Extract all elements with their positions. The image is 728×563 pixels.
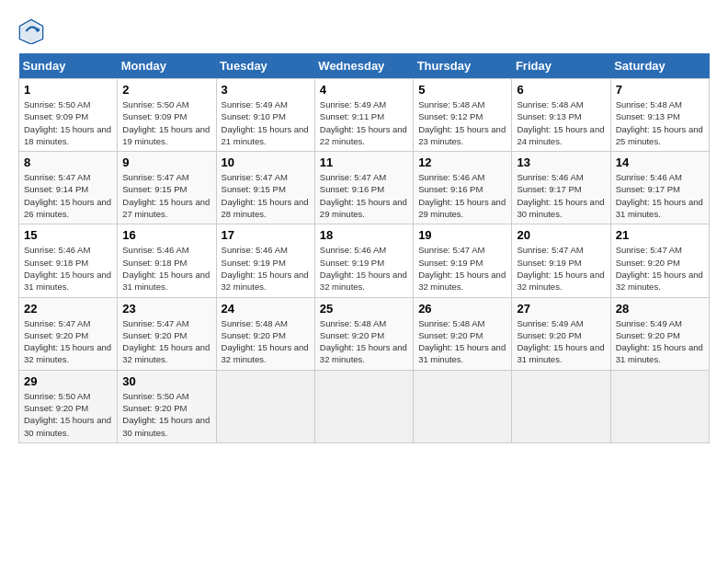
- svg-point-2: [36, 29, 40, 32]
- day-info: Sunrise: 5:47 AM Sunset: 9:16 PM Dayligh…: [320, 171, 408, 220]
- calendar-day-cell: [216, 370, 314, 442]
- weekday-header-row: SundayMondayTuesdayWednesdayThursdayFrid…: [19, 53, 710, 79]
- calendar-day-cell: 3 Sunrise: 5:49 AM Sunset: 9:10 PM Dayli…: [216, 79, 314, 152]
- day-number: 4: [320, 83, 408, 97]
- day-number: 28: [616, 302, 704, 316]
- calendar-week-row: 29 Sunrise: 5:50 AM Sunset: 9:20 PM Dayl…: [19, 370, 710, 442]
- weekday-header-tuesday: Tuesday: [216, 53, 314, 79]
- day-number: 23: [122, 302, 210, 316]
- page-header: [18, 18, 710, 44]
- weekday-header-sunday: Sunday: [19, 53, 118, 79]
- day-info: Sunrise: 5:49 AM Sunset: 9:20 PM Dayligh…: [517, 317, 605, 366]
- calendar-day-cell: [314, 370, 413, 442]
- day-info: Sunrise: 5:47 AM Sunset: 9:20 PM Dayligh…: [24, 317, 112, 366]
- day-info: Sunrise: 5:46 AM Sunset: 9:17 PM Dayligh…: [616, 171, 704, 220]
- weekday-header-friday: Friday: [512, 53, 610, 79]
- day-info: Sunrise: 5:50 AM Sunset: 9:09 PM Dayligh…: [24, 98, 112, 147]
- day-number: 1: [24, 83, 112, 97]
- calendar-day-cell: 2 Sunrise: 5:50 AM Sunset: 9:09 PM Dayli…: [118, 79, 216, 152]
- calendar-day-cell: 22 Sunrise: 5:47 AM Sunset: 9:20 PM Dayl…: [19, 297, 118, 370]
- day-number: 5: [418, 83, 506, 97]
- day-info: Sunrise: 5:46 AM Sunset: 9:18 PM Dayligh…: [122, 244, 210, 293]
- day-number: 27: [517, 302, 605, 316]
- day-info: Sunrise: 5:46 AM Sunset: 9:19 PM Dayligh…: [320, 244, 408, 293]
- calendar-day-cell: 15 Sunrise: 5:46 AM Sunset: 9:18 PM Dayl…: [19, 224, 118, 297]
- calendar-week-row: 22 Sunrise: 5:47 AM Sunset: 9:20 PM Dayl…: [19, 297, 710, 370]
- day-number: 21: [616, 228, 704, 242]
- calendar-day-cell: 14 Sunrise: 5:46 AM Sunset: 9:17 PM Dayl…: [610, 152, 709, 224]
- day-info: Sunrise: 5:50 AM Sunset: 9:20 PM Dayligh…: [24, 390, 112, 439]
- calendar-day-cell: 13 Sunrise: 5:46 AM Sunset: 9:17 PM Dayl…: [512, 152, 610, 224]
- day-number: 24: [222, 302, 310, 316]
- calendar-day-cell: 24 Sunrise: 5:48 AM Sunset: 9:20 PM Dayl…: [216, 297, 314, 370]
- calendar-day-cell: 1 Sunrise: 5:50 AM Sunset: 9:09 PM Dayli…: [19, 79, 118, 152]
- calendar-day-cell: 12 Sunrise: 5:46 AM Sunset: 9:16 PM Dayl…: [414, 152, 512, 224]
- day-number: 6: [517, 83, 605, 97]
- day-number: 7: [616, 83, 704, 97]
- day-number: 22: [24, 302, 112, 316]
- day-number: 26: [418, 302, 506, 316]
- weekday-header-thursday: Thursday: [414, 53, 512, 79]
- day-info: Sunrise: 5:50 AM Sunset: 9:20 PM Dayligh…: [122, 390, 210, 439]
- calendar-week-row: 1 Sunrise: 5:50 AM Sunset: 9:09 PM Dayli…: [19, 79, 710, 152]
- calendar-day-cell: 11 Sunrise: 5:47 AM Sunset: 9:16 PM Dayl…: [314, 152, 413, 224]
- calendar-table: SundayMondayTuesdayWednesdayThursdayFrid…: [18, 53, 710, 443]
- day-number: 10: [222, 155, 310, 169]
- calendar-day-cell: 7 Sunrise: 5:48 AM Sunset: 9:13 PM Dayli…: [610, 79, 709, 152]
- day-info: Sunrise: 5:50 AM Sunset: 9:09 PM Dayligh…: [122, 98, 210, 147]
- calendar-day-cell: 19 Sunrise: 5:47 AM Sunset: 9:19 PM Dayl…: [414, 224, 512, 297]
- weekday-header-wednesday: Wednesday: [314, 53, 413, 79]
- day-info: Sunrise: 5:48 AM Sunset: 9:20 PM Dayligh…: [222, 317, 310, 366]
- day-info: Sunrise: 5:48 AM Sunset: 9:13 PM Dayligh…: [517, 98, 605, 147]
- day-info: Sunrise: 5:48 AM Sunset: 9:20 PM Dayligh…: [418, 317, 506, 366]
- calendar-day-cell: 28 Sunrise: 5:49 AM Sunset: 9:20 PM Dayl…: [610, 297, 709, 370]
- calendar-day-cell: 9 Sunrise: 5:47 AM Sunset: 9:15 PM Dayli…: [118, 152, 216, 224]
- calendar-week-row: 8 Sunrise: 5:47 AM Sunset: 9:14 PM Dayli…: [19, 152, 710, 224]
- calendar-day-cell: 17 Sunrise: 5:46 AM Sunset: 9:19 PM Dayl…: [216, 224, 314, 297]
- calendar-day-cell: [610, 370, 709, 442]
- day-info: Sunrise: 5:47 AM Sunset: 9:14 PM Dayligh…: [24, 171, 112, 220]
- day-number: 14: [616, 155, 704, 169]
- calendar-day-cell: [414, 370, 512, 442]
- day-info: Sunrise: 5:48 AM Sunset: 9:13 PM Dayligh…: [616, 98, 704, 147]
- day-info: Sunrise: 5:47 AM Sunset: 9:15 PM Dayligh…: [222, 171, 310, 220]
- calendar-day-cell: 20 Sunrise: 5:47 AM Sunset: 9:19 PM Dayl…: [512, 224, 610, 297]
- day-info: Sunrise: 5:47 AM Sunset: 9:19 PM Dayligh…: [517, 244, 605, 293]
- calendar-day-cell: 16 Sunrise: 5:46 AM Sunset: 9:18 PM Dayl…: [118, 224, 216, 297]
- day-number: 11: [320, 155, 408, 169]
- day-info: Sunrise: 5:48 AM Sunset: 9:20 PM Dayligh…: [320, 317, 408, 366]
- day-info: Sunrise: 5:46 AM Sunset: 9:17 PM Dayligh…: [517, 171, 605, 220]
- calendar-day-cell: 29 Sunrise: 5:50 AM Sunset: 9:20 PM Dayl…: [19, 370, 118, 442]
- day-number: 30: [122, 374, 210, 388]
- calendar-week-row: 15 Sunrise: 5:46 AM Sunset: 9:18 PM Dayl…: [19, 224, 710, 297]
- calendar-day-cell: 27 Sunrise: 5:49 AM Sunset: 9:20 PM Dayl…: [512, 297, 610, 370]
- day-number: 3: [222, 83, 310, 97]
- day-info: Sunrise: 5:48 AM Sunset: 9:12 PM Dayligh…: [418, 98, 506, 147]
- day-info: Sunrise: 5:47 AM Sunset: 9:15 PM Dayligh…: [122, 171, 210, 220]
- weekday-header-monday: Monday: [118, 53, 216, 79]
- logo-icon: [18, 18, 44, 44]
- day-number: 8: [24, 155, 112, 169]
- day-number: 13: [517, 155, 605, 169]
- day-number: 15: [24, 228, 112, 242]
- calendar-day-cell: 25 Sunrise: 5:48 AM Sunset: 9:20 PM Dayl…: [314, 297, 413, 370]
- day-number: 19: [418, 228, 506, 242]
- calendar-day-cell: 18 Sunrise: 5:46 AM Sunset: 9:19 PM Dayl…: [314, 224, 413, 297]
- day-number: 25: [320, 302, 408, 316]
- day-number: 16: [122, 228, 210, 242]
- day-info: Sunrise: 5:46 AM Sunset: 9:19 PM Dayligh…: [222, 244, 310, 293]
- day-number: 2: [122, 83, 210, 97]
- day-number: 17: [222, 228, 310, 242]
- calendar-day-cell: 23 Sunrise: 5:47 AM Sunset: 9:20 PM Dayl…: [118, 297, 216, 370]
- day-info: Sunrise: 5:47 AM Sunset: 9:20 PM Dayligh…: [616, 244, 704, 293]
- day-info: Sunrise: 5:47 AM Sunset: 9:20 PM Dayligh…: [122, 317, 210, 366]
- day-number: 20: [517, 228, 605, 242]
- logo: [18, 18, 48, 44]
- day-info: Sunrise: 5:49 AM Sunset: 9:10 PM Dayligh…: [222, 98, 310, 147]
- day-number: 12: [418, 155, 506, 169]
- day-info: Sunrise: 5:46 AM Sunset: 9:16 PM Dayligh…: [418, 171, 506, 220]
- day-info: Sunrise: 5:46 AM Sunset: 9:18 PM Dayligh…: [24, 244, 112, 293]
- calendar-day-cell: [512, 370, 610, 442]
- day-info: Sunrise: 5:49 AM Sunset: 9:11 PM Dayligh…: [320, 98, 408, 147]
- day-number: 9: [122, 155, 210, 169]
